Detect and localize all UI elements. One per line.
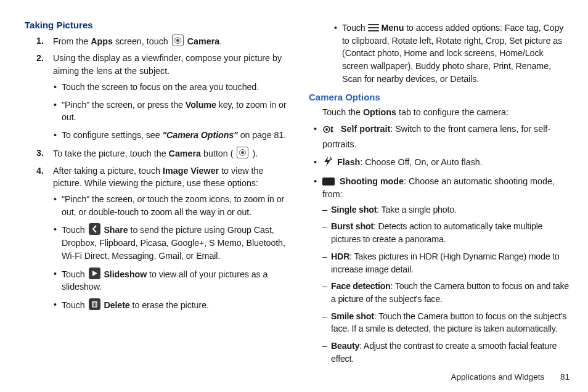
svg-rect-1 (92, 302, 97, 307)
option-label: Flash (337, 157, 360, 167)
list-item: Touch Delete to erase the picture. (62, 298, 287, 312)
flash-icon: A (322, 156, 332, 171)
option-self-portrait: Self portrait: Switch to the front camer… (322, 123, 571, 150)
text: ). (250, 149, 258, 158)
page-number: 81 (560, 372, 570, 382)
svg-point-6 (325, 128, 328, 131)
list-item: To configure settings, see "Camera Optio… (62, 129, 287, 142)
carryover-bullets: Touch Menu to access added options: Face… (309, 22, 571, 86)
step-4: 4. After taking a picture, touch Image V… (53, 165, 287, 312)
list-item: Touch Slideshow to view all of your pict… (62, 267, 287, 293)
svg-text:A: A (329, 157, 332, 161)
text: to erase the picture. (130, 300, 209, 310)
list-item: Touch Menu to access added options: Face… (342, 22, 571, 86)
camera-app-icon (172, 35, 184, 46)
svg-marker-0 (92, 271, 97, 276)
step-3: 3. To take the picture, touch the Camera… (53, 147, 287, 160)
mode-hdr: HDR: Takes pictures in HDR (High Dynamic… (331, 250, 571, 276)
mode-burst-shot: Burst shot: Detects action to automatica… (331, 220, 571, 245)
text: screen, touch (113, 36, 171, 46)
mode-label: Single shot (331, 205, 377, 214)
text: Touch the (322, 107, 363, 117)
apps-label: Apps (91, 36, 113, 46)
text: : Adjust the contrast to create a smooth… (331, 341, 557, 364)
share-label: Share (104, 225, 128, 235)
step-number: 4. (36, 165, 44, 178)
text: Touch (342, 23, 368, 33)
intro-text: Touch the Options tab to configure the c… (322, 106, 571, 119)
text: tab to configure the camera: (396, 107, 508, 117)
left-column: Taking Pictures 1. From the Apps screen,… (25, 18, 298, 370)
text: : Choose Off, On, or Auto flash. (360, 157, 482, 167)
option-label: Shooting mode (340, 176, 404, 186)
step-number: 3. (36, 147, 44, 160)
heading-taking-pictures: Taking Pictures (25, 18, 287, 32)
option-shooting-mode: Shooting mode: Choose an automatic shoot… (322, 175, 571, 365)
text: button ( (201, 149, 235, 158)
section-name: Applications and Widgets (451, 372, 545, 382)
text: From the (53, 36, 91, 46)
delete-icon (89, 298, 100, 310)
mode-label: Burst shot (331, 221, 374, 231)
option-flash: A Flash: Choose Off, On, or Auto flash. (322, 156, 571, 171)
text: After taking a picture, touch (53, 166, 163, 176)
step4-bullets: "Pinch" the screen, or touch the zoom ic… (53, 193, 287, 312)
text: "Pinch" the screen, or press the (62, 100, 186, 110)
list-item: Touch Share to send the picture using Gr… (62, 223, 287, 262)
text: To take the picture, touch the (53, 149, 169, 158)
options-list: Self portrait: Switch to the front camer… (309, 123, 571, 365)
text: on page 81. (238, 130, 286, 140)
mode-label: HDR (331, 251, 349, 261)
mode-beauty: Beauty: Adjust the contrast to create a … (331, 340, 571, 365)
list-item: "Pinch" the screen, or touch the zoom ic… (62, 193, 287, 218)
text: : Takes pictures in HDR (High Dynamic Ra… (331, 251, 560, 274)
shooting-mode-icon (322, 178, 335, 186)
text: Touch (62, 225, 88, 235)
mode-smile-shot: Smile shot: Touch the Camera button to f… (331, 310, 571, 335)
list-item: "Pinch" the screen, or press the Volume … (62, 99, 287, 124)
text: Touch (62, 269, 88, 279)
text: To configure settings, see (62, 130, 162, 140)
share-icon (89, 223, 100, 235)
slideshow-label: Slideshow (104, 269, 147, 279)
mode-label: Beauty (331, 341, 359, 351)
text: : Take a single photo. (377, 205, 456, 214)
mode-single-shot: Single shot: Take a single photo. (331, 203, 571, 216)
right-column: Touch Menu to access added options: Face… (298, 18, 571, 370)
step-1: 1. From the Apps screen, touch Camera. (53, 35, 287, 48)
camera-label: Camera (169, 149, 201, 158)
options-label: Options (363, 107, 396, 117)
step2-bullets: Touch the screen to focus on the area yo… (53, 81, 287, 142)
slideshow-icon (89, 267, 100, 279)
mode-label: Smile shot (331, 311, 374, 321)
step-number: 1. (36, 35, 44, 47)
menu-label: Menu (381, 23, 404, 33)
heading-camera-options: Camera Options (309, 91, 571, 104)
page-columns: Taking Pictures 1. From the Apps screen,… (0, 0, 588, 377)
shooting-modes-list: Single shot: Take a single photo. Burst … (322, 203, 571, 365)
xref-camera-options: "Camera Options" (162, 130, 237, 140)
step-number: 2. (36, 52, 44, 65)
text: "Pinch" the screen, or touch the zoom ic… (62, 194, 284, 217)
camera-label: Camera (187, 36, 219, 46)
text: . (219, 36, 222, 46)
text: Touch the screen to focus on the area yo… (62, 82, 259, 92)
self-portrait-icon (322, 125, 336, 138)
option-label: Self portrait (341, 124, 390, 134)
mode-face-detection: Face detection: Touch the Camera button … (331, 280, 571, 305)
list-item: Touch the screen to focus on the area yo… (62, 81, 287, 94)
volume-label: Volume (186, 100, 216, 110)
camera-shutter-icon (237, 147, 248, 158)
delete-label: Delete (104, 300, 129, 310)
step-2: 2. Using the display as a viewfinder, co… (53, 52, 287, 141)
text: Touch (62, 300, 88, 310)
steps-list: 1. From the Apps screen, touch Camera. 2… (25, 35, 287, 312)
menu-icon (368, 23, 379, 32)
mode-label: Face detection (331, 281, 391, 291)
text: Using the display as a viewfinder, compo… (53, 53, 282, 76)
page: Taking Pictures 1. From the Apps screen,… (0, 0, 588, 392)
image-viewer-label: Image Viewer (163, 166, 219, 176)
page-footer: Applications and Widgets 81 (451, 371, 570, 383)
